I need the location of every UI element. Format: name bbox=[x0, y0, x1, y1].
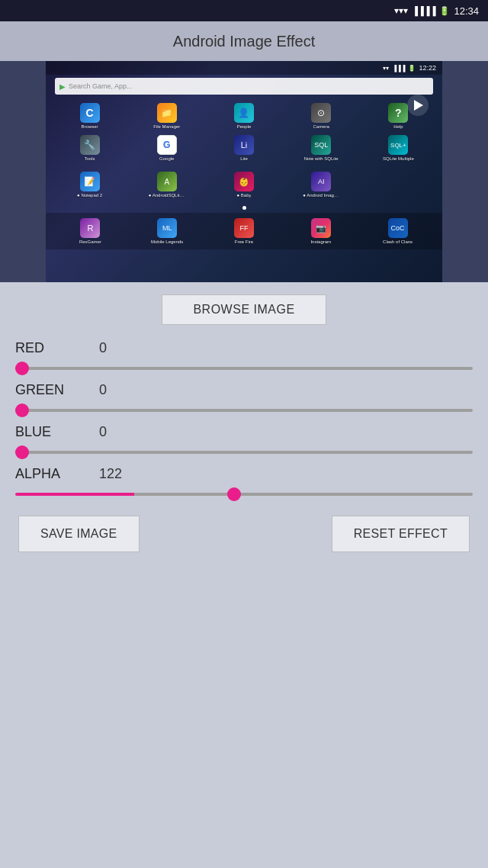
dock-icon-2: ML Mobile Legends bbox=[129, 216, 206, 246]
page-indicator bbox=[46, 203, 442, 213]
green-value: 0 bbox=[99, 382, 107, 398]
alpha-value: 122 bbox=[99, 466, 122, 482]
alpha-slider-header: ALPHA 122 bbox=[15, 466, 473, 482]
android-content: ▾▾ ▐▐▐ 🔋 12:22 ▶ Search Game, App... C B… bbox=[46, 61, 442, 282]
blue-slider-header: BLUE 0 bbox=[15, 424, 473, 440]
app-icon-sqlmulti: SQL+ SQLite Multiple bbox=[361, 133, 436, 163]
blue-slider-row[interactable] bbox=[15, 443, 473, 458]
wifi-icon: ▾▾▾ bbox=[394, 5, 408, 16]
app-icon-files: 📁 File Manager bbox=[129, 101, 204, 131]
app-grid-row2: 📝 ● Notepad 2 A ● AndroidSQLiteTutorial … bbox=[46, 166, 442, 203]
blue-value: 0 bbox=[99, 424, 107, 440]
alpha-slider-group: ALPHA 122 bbox=[15, 466, 473, 500]
app-icon-camera: ⊙ Camera bbox=[284, 101, 359, 131]
alpha-range-input[interactable] bbox=[15, 493, 473, 496]
dock-icon-3: FF Free Fire bbox=[206, 216, 283, 246]
app-icon-browser: C Browser bbox=[52, 101, 127, 131]
image-preview: ▾▾ ▐▐▐ 🔋 12:22 ▶ Search Game, App... C B… bbox=[0, 61, 488, 282]
red-value: 0 bbox=[99, 340, 107, 356]
search-placeholder-text: Search Game, App... bbox=[69, 82, 133, 90]
reset-effect-button[interactable]: RESET EFFECT bbox=[332, 516, 470, 552]
red-label: RED bbox=[15, 340, 92, 356]
dot-active bbox=[242, 206, 246, 210]
browse-button-wrap: BROWSE IMAGE bbox=[15, 294, 473, 325]
action-buttons: SAVE IMAGE RESET EFFECT bbox=[15, 516, 473, 552]
green-slider-row[interactable] bbox=[15, 401, 473, 416]
android-statusbar: ▾▾ ▐▐▐ 🔋 12:22 bbox=[46, 61, 442, 75]
green-range-input[interactable] bbox=[15, 409, 473, 412]
red-slider-header: RED 0 bbox=[15, 340, 473, 356]
green-slider-group: GREEN 0 bbox=[15, 382, 473, 416]
preview-screen: ▾▾ ▐▐▐ 🔋 12:22 ▶ Search Game, App... C B… bbox=[46, 61, 442, 282]
signal-icon: ▐▐▐▐ bbox=[412, 6, 435, 15]
red-slider-group: RED 0 bbox=[15, 340, 473, 375]
app-icon-notepad: 📝 ● Notepad 2 bbox=[52, 169, 127, 200]
app-icon-people: 👤 People bbox=[206, 101, 281, 131]
status-bar: ▾▾▾ ▐▐▐▐ 🔋 12:34 bbox=[0, 0, 488, 21]
app-icon-tools: 🔧 Tools bbox=[52, 133, 127, 163]
alpha-label: ALPHA bbox=[15, 466, 92, 482]
alpha-slider-row[interactable] bbox=[15, 485, 473, 500]
red-range-input[interactable] bbox=[15, 367, 473, 370]
top-bar: Android Image Effect bbox=[0, 21, 488, 61]
app-icon-lite: Li Lite bbox=[206, 133, 281, 163]
app-icon-google: G Google bbox=[129, 133, 204, 163]
blue-slider-group: BLUE 0 bbox=[15, 424, 473, 458]
browse-image-button[interactable]: BROWSE IMAGE bbox=[162, 294, 326, 325]
red-slider-row[interactable] bbox=[15, 359, 473, 375]
bottom-dock: R RexGamer ML Mobile Legends FF Free Fir… bbox=[46, 213, 442, 249]
blue-label: BLUE bbox=[15, 424, 92, 440]
app-icon-androidimg: AI ● Android Image Effect bbox=[284, 169, 359, 200]
app-title: Android Image Effect bbox=[173, 33, 315, 50]
status-icons: ▾▾▾ ▐▐▐▐ 🔋 12:34 bbox=[394, 5, 479, 17]
save-image-button[interactable]: SAVE IMAGE bbox=[18, 516, 140, 552]
app-icon-sqlite: SQL Note with SQLite bbox=[284, 133, 359, 163]
battery-icon: 🔋 bbox=[439, 6, 450, 16]
dock-icon-1: R RexGamer bbox=[52, 216, 129, 246]
app-icon-baby: 👶 ● Baby bbox=[206, 169, 281, 200]
android-time: 12:22 bbox=[419, 64, 436, 72]
app-grid-row1: C Browser 📁 File Manager 👤 People ⊙ Came… bbox=[46, 98, 442, 166]
dock-icon-4: 📷 Instagram bbox=[282, 216, 359, 246]
controls-section: BROWSE IMAGE RED 0 GREEN 0 BLUE 0 bbox=[0, 282, 488, 564]
android-searchbar: ▶ Search Game, App... bbox=[55, 78, 433, 95]
status-time: 12:34 bbox=[454, 5, 479, 17]
green-slider-header: GREEN 0 bbox=[15, 382, 473, 398]
app-icon-androidlite: A ● AndroidSQLiteTutorial bbox=[129, 169, 204, 200]
blue-range-input[interactable] bbox=[15, 451, 473, 454]
green-label: GREEN bbox=[15, 382, 92, 398]
dock-icon-5: CoC Clash of Clans bbox=[359, 216, 436, 246]
play-button bbox=[407, 95, 429, 116]
